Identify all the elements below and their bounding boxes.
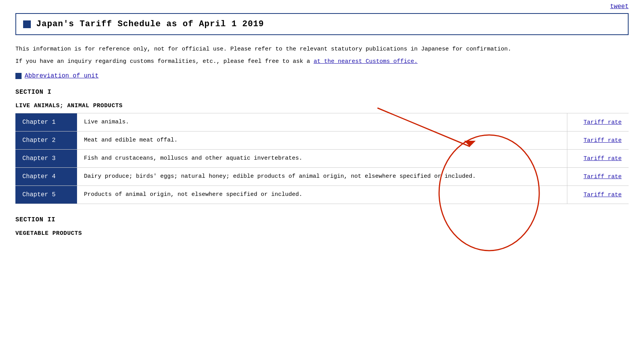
tariff-rate-link[interactable]: Tariff rate bbox=[584, 119, 622, 126]
table-row: Chapter 5Products of animal origin, not … bbox=[15, 186, 629, 204]
tweet-link[interactable]: tweet bbox=[610, 3, 629, 10]
chapter-description: Dairy produce; birds' eggs; natural hone… bbox=[77, 168, 567, 186]
abbreviation-link[interactable]: Abbreviation of unit bbox=[25, 72, 99, 79]
info-section: This information is for reference only, … bbox=[15, 44, 629, 66]
page-title: Japan's Tariff Schedule as of April 1 20… bbox=[36, 19, 264, 29]
category-label: LIVE ANIMALS; ANIMAL PRODUCTS bbox=[15, 103, 629, 109]
abbreviation-row: Abbreviation of unit bbox=[15, 72, 629, 79]
chapter-description: Live animals. bbox=[77, 113, 567, 131]
table-row: Chapter 4Dairy produce; birds' eggs; nat… bbox=[15, 168, 629, 186]
chapter-number: Chapter 5 bbox=[15, 186, 77, 204]
arrow-icon bbox=[15, 73, 22, 79]
tariff-rate-link[interactable]: Tariff rate bbox=[584, 155, 622, 162]
tariff-cell: Tariff rate bbox=[567, 113, 629, 131]
chapter-number: Chapter 1 bbox=[15, 113, 77, 131]
chapter-description: Fish and crustaceans, molluscs and other… bbox=[77, 150, 567, 168]
chapter-description: Meat and edible meat offal. bbox=[77, 131, 567, 150]
table-row: Chapter 1Live animals.Tariff rate bbox=[15, 113, 629, 131]
info-line2: If you have an inquiry regarding customs… bbox=[15, 57, 629, 67]
table-row: Chapter 2Meat and edible meat offal.Tari… bbox=[15, 131, 629, 150]
chapter-description: Products of animal origin, not elsewhere… bbox=[77, 186, 567, 204]
chapter-number: Chapter 4 bbox=[15, 168, 77, 186]
category-label: VEGETABLE PRODUCTS bbox=[15, 230, 629, 237]
header-icon bbox=[23, 20, 31, 28]
tariff-rate-link[interactable]: Tariff rate bbox=[584, 137, 622, 144]
section-label: SECTION I bbox=[15, 89, 629, 96]
customs-counselor-link[interactable]: at the nearest Customs office. bbox=[314, 58, 418, 65]
table-row: Chapter 3Fish and crustaceans, molluscs … bbox=[15, 150, 629, 168]
tariff-rate-link[interactable]: Tariff rate bbox=[584, 174, 622, 180]
chapter-table: Chapter 1Live animals.Tariff rateChapter… bbox=[15, 113, 629, 204]
sections-container: SECTION ILIVE ANIMALS; ANIMAL PRODUCTSCh… bbox=[15, 89, 629, 237]
chapter-number: Chapter 3 bbox=[15, 150, 77, 168]
section-label: SECTION II bbox=[15, 216, 629, 223]
tariff-cell: Tariff rate bbox=[567, 168, 629, 186]
tariff-cell: Tariff rate bbox=[567, 131, 629, 150]
tariff-cell: Tariff rate bbox=[567, 186, 629, 204]
tariff-cell: Tariff rate bbox=[567, 150, 629, 168]
tariff-rate-link[interactable]: Tariff rate bbox=[584, 192, 622, 198]
info-line1: This information is for reference only, … bbox=[15, 44, 629, 54]
page-header: Japan's Tariff Schedule as of April 1 20… bbox=[15, 13, 629, 35]
chapter-number: Chapter 2 bbox=[15, 131, 77, 150]
